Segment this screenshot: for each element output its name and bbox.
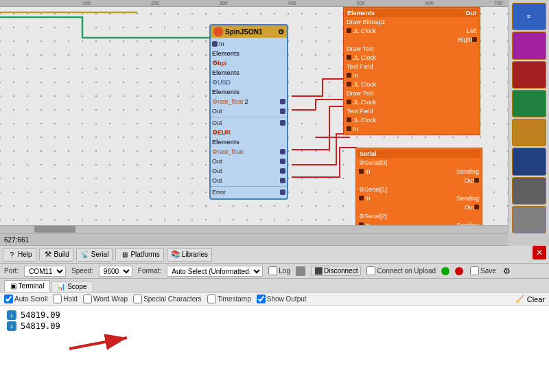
node-settings-icon[interactable]: ⚙ — [278, 28, 284, 36]
sidebar-icon-4[interactable] — [512, 119, 546, 146]
connect-upload-checkbox[interactable] — [366, 266, 375, 275]
disconnect-button[interactable]: ⬛ Disconnect — [311, 266, 361, 276]
tab-terminal[interactable]: ▣ Terminal — [4, 280, 50, 292]
help-button[interactable]: ? Help — [3, 248, 36, 262]
serial-row: Out — [358, 176, 480, 185]
terminal-line-icon: ↓ — [7, 310, 16, 320]
port[interactable] — [347, 82, 351, 87]
ruler-horizontal: 100 200 300 400 500 600 700 — [0, 0, 508, 7]
port[interactable] — [347, 55, 351, 60]
sidebar-icon-3[interactable] — [512, 90, 546, 117]
build-button[interactable]: ⚒ Build — [39, 248, 73, 262]
clear-button[interactable]: 🧹 Clear — [515, 295, 545, 303]
timestamp-label[interactable]: Timestamp — [207, 295, 251, 303]
format-select[interactable]: Auto Select (Unformatted... — [167, 266, 263, 277]
out-port[interactable] — [280, 149, 285, 154]
word-wrap-checkbox[interactable] — [83, 295, 92, 303]
save-label-container[interactable]: Save — [470, 266, 496, 275]
error-port[interactable] — [280, 189, 285, 195]
port[interactable] — [347, 126, 351, 131]
auto-scroll-checkbox[interactable] — [4, 295, 13, 303]
horizontal-scrollbar[interactable] — [0, 225, 508, 233]
sidebar-icon-1[interactable] — [512, 32, 546, 59]
tab-scope[interactable]: 📊 Scope — [51, 281, 93, 292]
orange-row: In — [345, 124, 478, 133]
serial-icon: 📡 — [80, 250, 90, 260]
port[interactable] — [347, 100, 351, 104]
timestamp-text: Timestamp — [218, 295, 251, 303]
log-checkbox-label[interactable]: Log — [268, 266, 290, 275]
node-row: Out — [211, 166, 287, 176]
save-checkbox[interactable] — [470, 266, 479, 275]
port-select[interactable]: COM11 — [24, 266, 66, 277]
out-port[interactable] — [280, 159, 285, 164]
port[interactable] — [347, 117, 351, 122]
format-label: Format: — [138, 267, 161, 275]
node-row: ⚙rate_float — [211, 147, 287, 157]
scrollbar-thumb[interactable] — [34, 226, 75, 233]
log-label: Log — [279, 267, 290, 275]
platforms-label: Platforms — [130, 251, 159, 258]
sidebar-icon-7[interactable] — [512, 206, 546, 233]
out-port[interactable] — [280, 178, 285, 183]
node-row: ⚙USD — [211, 78, 287, 87]
out-port[interactable] — [280, 168, 285, 174]
show-output-checkbox[interactable] — [257, 295, 266, 303]
show-output-label[interactable]: Show Output — [257, 295, 307, 303]
sidebar-icon-stack[interactable]: ≡ — [512, 3, 546, 30]
panel-out: Out — [466, 10, 477, 16]
libraries-button[interactable]: 📚 Libraries — [167, 248, 212, 262]
port[interactable] — [359, 196, 364, 200]
special-chars-label[interactable]: Special Characters — [133, 295, 201, 303]
divider — [211, 117, 287, 117]
log-checkbox[interactable] — [268, 266, 277, 275]
gear-icon[interactable]: ⚙ — [503, 266, 513, 276]
out-port[interactable] — [280, 120, 285, 126]
node-icon — [213, 27, 223, 36]
disconnect-icon: ⬛ — [314, 267, 323, 275]
port[interactable] — [347, 73, 351, 78]
special-chars-checkbox[interactable] — [133, 295, 142, 303]
out-port[interactable] — [280, 99, 285, 104]
broom-icon: 🧹 — [515, 295, 525, 303]
port[interactable] — [347, 28, 351, 33]
serial-row: ⚙Serial[2] — [358, 211, 480, 220]
port[interactable] — [474, 178, 479, 183]
coordinates: 627:661 — [4, 236, 29, 244]
node-row: Out — [211, 106, 287, 116]
spinjson-node[interactable]: SpinJSON1 ⚙ In Elements ⚙bpi Elements — [209, 24, 288, 200]
hold-label[interactable]: Hold — [53, 295, 78, 303]
sidebar-icon-5[interactable] — [512, 148, 546, 175]
libraries-icon: 📚 — [171, 250, 180, 260]
right-sidebar: ≡ — [508, 0, 549, 233]
serial-label: Serial — [91, 251, 109, 258]
port[interactable] — [474, 205, 479, 209]
orange-row: JL Clock — [345, 115, 478, 124]
terminal-line: ↓ 54819.09 — [7, 321, 542, 331]
speed-select[interactable]: 9600 — [99, 266, 132, 277]
sidebar-icon-2[interactable] — [512, 61, 546, 89]
platforms-icon: 🖥 — [119, 250, 129, 260]
platforms-button[interactable]: 🖥 Platforms — [115, 248, 163, 262]
node-row: Elements — [211, 137, 287, 147]
port-label: Port: — [4, 267, 19, 275]
orange-row: In — [345, 71, 478, 80]
canvas: 100 200 300 400 500 600 700 SpinJSON1 ⚙ — [0, 0, 508, 233]
connect-upload-label[interactable]: Connect on Upload — [366, 266, 436, 275]
port[interactable] — [359, 169, 364, 174]
word-wrap-label[interactable]: Word Wrap — [83, 295, 128, 303]
serial-button[interactable]: 📡 Serial — [76, 248, 113, 262]
out-port[interactable] — [280, 108, 285, 114]
hold-checkbox[interactable] — [53, 295, 62, 303]
timestamp-checkbox[interactable] — [207, 295, 216, 303]
auto-scroll-label[interactable]: Auto Scroll — [4, 295, 47, 303]
serial-header: Serial — [358, 150, 480, 158]
scope-icon-tab: 📊 — [57, 283, 65, 290]
hold-text: Hold — [63, 295, 78, 303]
node-row: Elements — [211, 68, 287, 78]
panel-title: Elements — [347, 10, 375, 16]
in-port[interactable] — [212, 41, 218, 47]
port[interactable] — [472, 37, 477, 42]
close-button[interactable]: ✕ — [533, 246, 546, 260]
sidebar-icon-6[interactable] — [512, 177, 546, 205]
